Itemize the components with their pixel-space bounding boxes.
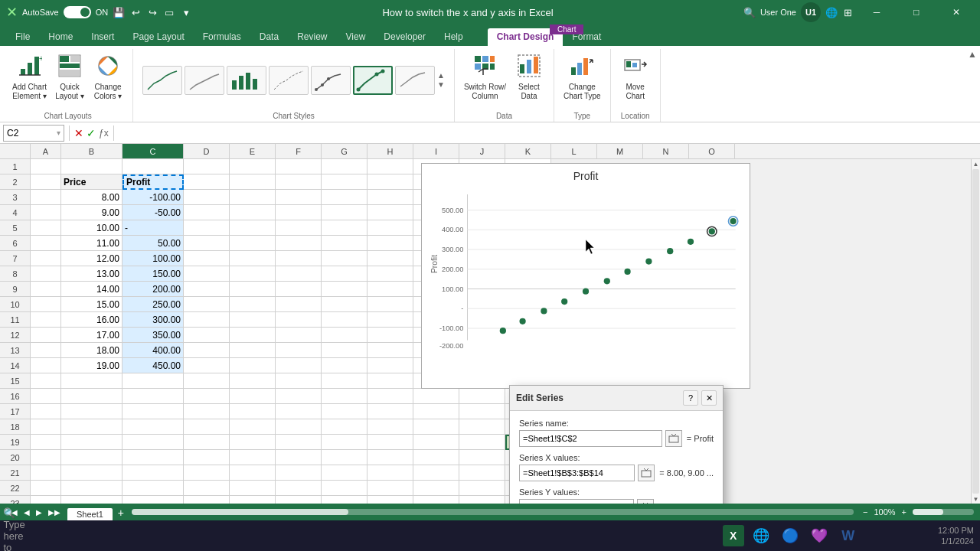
cell-g17[interactable] [322,404,368,419]
dialog-help-button[interactable]: ? [683,390,698,406]
globe-icon[interactable]: 🌐 [825,6,838,18]
cell-f15[interactable] [276,373,322,389]
cell-e4[interactable] [230,205,276,220]
taskbar-excel-icon[interactable]: X [723,525,744,546]
chart-style-1[interactable] [142,66,182,95]
cell-c13[interactable]: 400.00 [122,343,184,358]
col-header-g[interactable]: G [322,144,368,158]
cell-f10[interactable] [276,297,322,312]
cell-h11[interactable] [368,312,413,328]
cell-a18[interactable] [31,419,61,435]
autosave-toggle[interactable] [64,6,91,18]
cell-d8[interactable] [184,266,230,282]
cell-h13[interactable] [368,343,413,358]
cell-c7[interactable]: 100.00 [122,251,184,266]
cell-a11[interactable] [31,312,61,328]
col-header-e[interactable]: E [230,144,276,158]
cell-g20[interactable] [322,450,368,465]
row-header-1[interactable]: 1 [0,159,30,174]
cell-e11[interactable] [230,312,276,328]
cell-d1[interactable] [184,159,230,174]
row-header-12[interactable]: 12 [0,328,30,343]
row-header-9[interactable]: 9 [0,282,30,297]
row-header-17[interactable]: 17 [0,404,30,419]
cell-f2[interactable] [276,174,322,190]
cell-c19[interactable] [122,435,184,450]
dialog-titlebar[interactable]: Edit Series ? ✕ [510,386,723,411]
row-header-8[interactable]: 8 [0,266,30,282]
tab-insert[interactable]: Insert [82,28,123,46]
cell-h4[interactable] [368,205,413,220]
cell-d22[interactable] [184,481,230,496]
cell-c17[interactable] [122,404,184,419]
col-header-i[interactable]: I [413,144,459,158]
cell-b4[interactable]: 9.00 [61,205,122,220]
cell-b17[interactable] [61,404,122,419]
add-sheet-button[interactable]: + [113,505,129,520]
cell-d2[interactable] [184,174,230,190]
cell-e10[interactable] [230,297,276,312]
cell-d18[interactable] [184,419,230,435]
cell-g21[interactable] [322,465,368,481]
cell-h6[interactable] [368,236,413,251]
cell-e6[interactable] [230,236,276,251]
cell-h17[interactable] [368,404,413,419]
move-chart-button[interactable]: MoveChart [617,52,654,103]
cell-c5[interactable]: - [122,220,184,236]
cell-b16[interactable] [61,389,122,404]
cell-h18[interactable] [368,419,413,435]
cell-e3[interactable] [230,190,276,205]
cell-a3[interactable] [31,190,61,205]
cell-b5[interactable]: 10.00 [61,220,122,236]
cell-f3[interactable] [276,190,322,205]
row-header-20[interactable]: 20 [0,450,30,465]
cell-f6[interactable] [276,236,322,251]
cell-d11[interactable] [184,312,230,328]
col-header-b[interactable]: B [61,144,122,158]
change-chart-type-button[interactable]: ChangeChart Type [560,52,604,103]
series-name-input[interactable] [519,430,662,447]
cell-h14[interactable] [368,358,413,373]
minimize-button[interactable]: ─ [859,0,894,24]
sheet-nav-last[interactable]: ▶▶ [46,508,63,517]
cell-g19[interactable] [322,435,368,450]
cell-b2[interactable]: Price [61,174,122,190]
cell-e23[interactable] [230,496,276,504]
cell-b11[interactable]: 16.00 [61,312,122,328]
status-zoom-in[interactable]: + [902,507,906,517]
sheet-tab-1[interactable]: Sheet1 [67,508,113,520]
cell-b10[interactable]: 15.00 [61,297,122,312]
cell-j20[interactable] [459,450,505,465]
cell-b12[interactable]: 17.00 [61,328,122,343]
horizontal-scrollbar[interactable] [129,504,857,520]
col-header-d[interactable]: D [184,144,230,158]
cell-a16[interactable] [31,389,61,404]
row-header-15[interactable]: 15 [0,373,30,389]
chart-style-7[interactable] [395,66,435,95]
maximize-button[interactable]: □ [899,0,934,24]
cell-e21[interactable] [230,465,276,481]
taskbar-word-icon[interactable]: W [836,523,861,548]
series-y-pick-button[interactable] [637,499,654,504]
cell-d12[interactable] [184,328,230,343]
cell-i17[interactable] [413,404,459,419]
ribbon-collapse-button[interactable]: ▲ [968,49,977,60]
cell-b1[interactable] [61,159,122,174]
cell-j22[interactable] [459,481,505,496]
cell-c10[interactable]: 250.00 [122,297,184,312]
series-x-input[interactable] [519,465,635,481]
save-icon[interactable]: 💾 [113,6,125,18]
cell-h8[interactable] [368,266,413,282]
col-header-j[interactable]: J [459,144,505,158]
cell-h12[interactable] [368,328,413,343]
cell-f12[interactable] [276,328,322,343]
cell-e13[interactable] [230,343,276,358]
cell-e14[interactable] [230,358,276,373]
cell-f17[interactable] [276,404,322,419]
cell-h23[interactable] [368,496,413,504]
status-zoom-out[interactable]: − [863,507,867,517]
cell-f16[interactable] [276,389,322,404]
cell-f21[interactable] [276,465,322,481]
cell-g18[interactable] [322,419,368,435]
cell-d5[interactable] [184,220,230,236]
